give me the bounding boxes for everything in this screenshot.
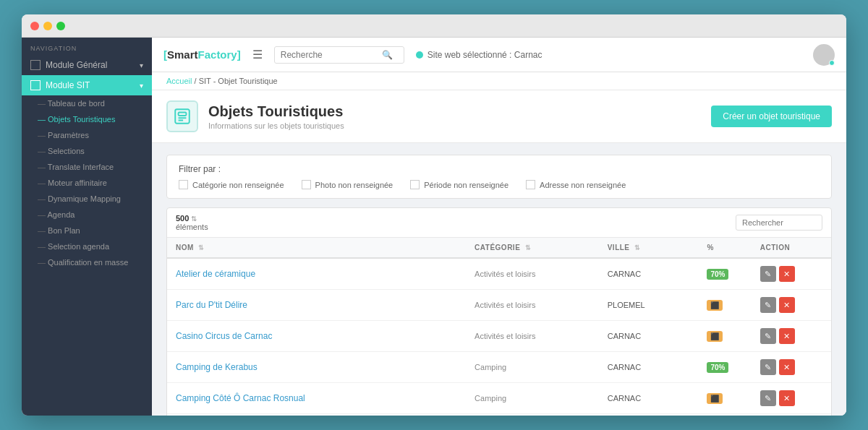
delete-button[interactable]: ✕: [779, 390, 795, 406]
maximize-button[interactable]: [56, 22, 65, 30]
delete-button[interactable]: ✕: [779, 328, 795, 344]
table-section: 500 ⇅ éléments NOM ⇅: [166, 207, 832, 416]
pct-badge: 70%: [707, 269, 728, 280]
object-link[interactable]: Atelier de céramique: [176, 269, 255, 279]
pct-badge: 70%: [707, 362, 728, 373]
avatar-status-dot: [829, 60, 835, 66]
object-link[interactable]: Casino Circus de Carnac: [176, 331, 272, 341]
filter-option-periode[interactable]: Période non renseignée: [410, 180, 509, 189]
edit-button[interactable]: ✎: [760, 328, 776, 344]
filter-checkbox-adresse[interactable]: [526, 180, 535, 189]
object-link[interactable]: Parc du P'tit Délire: [176, 300, 247, 310]
cell-pct: ⬛: [698, 383, 751, 414]
sidebar-item-objets-touristiques[interactable]: Objets Touristiques: [22, 111, 152, 127]
sidebar-item-module-general[interactable]: Module Général ▾: [22, 55, 152, 75]
delete-button[interactable]: ✕: [779, 297, 795, 313]
create-button[interactable]: Créer un objet touristique: [711, 106, 832, 127]
edit-button[interactable]: ✎: [760, 266, 776, 282]
col-header-ville: VILLE ⇅: [599, 238, 699, 258]
module-sit-icon: [30, 80, 41, 90]
cell-ville: CARNAC: [599, 414, 699, 416]
page-header-left: Objets Touristiques Informations sur les…: [166, 100, 344, 132]
edit-button[interactable]: ✎: [760, 297, 776, 313]
table-row: Camping de Kerabus Camping CARNAC 70% ✎ …: [167, 352, 831, 383]
table-row: Parc du P'tit Délire Activités et loisir…: [167, 290, 831, 321]
edit-button[interactable]: ✎: [760, 359, 776, 375]
cell-pct: ⬛: [698, 414, 751, 416]
filter-checkbox-periode[interactable]: [410, 180, 420, 189]
sidebar-item-module-sit[interactable]: Module SIT ▾: [22, 75, 152, 95]
table-row: Camping du Moulin de Kermaux Camping CAR…: [167, 414, 831, 416]
cell-categorie: Camping: [466, 352, 599, 383]
chevron-down-icon: ▾: [140, 61, 143, 69]
cell-ville: PLOEMEL: [599, 290, 699, 321]
site-dot-icon: [416, 51, 423, 59]
cell-action: ✎ ✕: [752, 290, 831, 321]
sidebar-item-bon-plan[interactable]: Bon Plan: [22, 223, 152, 238]
cell-action: ✎ ✕: [752, 352, 831, 383]
table-toolbar: 500 ⇅ éléments: [167, 208, 831, 238]
hamburger-button[interactable]: ☰: [252, 48, 263, 61]
sidebar-item-tableau-de-bord[interactable]: Tableau de bord: [22, 95, 152, 111]
sidebar-item-label: Module Général: [46, 60, 107, 70]
cell-nom: Casino Circus de Carnac: [167, 321, 466, 352]
sidebar-item-moteur-affinitaire[interactable]: Moteur affinitaire: [22, 175, 152, 191]
sidebar-item-selections[interactable]: Selections: [22, 143, 152, 159]
site-label: Site web sélectionné : Carnac: [427, 50, 542, 60]
pct-badge: ⬛: [707, 300, 723, 311]
filter-option-categorie[interactable]: Catégorie non renseignée: [179, 180, 284, 189]
cell-nom: Atelier de céramique: [167, 258, 466, 290]
cell-categorie: Activités et loisirs: [466, 321, 599, 352]
cell-ville: CARNAC: [599, 321, 699, 352]
page-title: Objets Touristiques: [208, 103, 344, 120]
cell-pct: 70%: [698, 258, 751, 290]
breadcrumb-home[interactable]: Accueil: [166, 77, 192, 85]
filter-checkbox-categorie[interactable]: [179, 180, 188, 189]
site-selector: Site web sélectionné : Carnac: [416, 50, 542, 60]
object-link[interactable]: Camping de Kerabus: [176, 362, 258, 372]
sidebar-item-agenda[interactable]: Agenda: [22, 207, 152, 223]
main-content-area: [SmartFactory] ☰ 🔍 Site web sélectionné …: [152, 38, 846, 416]
app-logo: [SmartFactory]: [163, 48, 241, 61]
sidebar-item-dynamique-mapping[interactable]: Dynamique Mapping: [22, 191, 152, 207]
sidebar-item-selection-agenda[interactable]: Selection agenda: [22, 238, 152, 254]
nav-label: NAVIGATION: [22, 38, 152, 55]
sort-icon[interactable]: ⇅: [191, 215, 197, 223]
cell-categorie: Activités et loisirs: [466, 290, 599, 321]
cell-ville: CARNAC: [599, 383, 699, 414]
page-icon: [166, 100, 198, 132]
action-buttons: ✎ ✕: [760, 359, 822, 375]
filter-option-adresse[interactable]: Adresse non renseignée: [526, 180, 626, 189]
minimize-button[interactable]: [43, 22, 52, 30]
main-content: Filtrer par : Catégorie non renseignée P…: [152, 143, 846, 416]
filter-section: Filtrer par : Catégorie non renseignée P…: [166, 155, 832, 199]
cell-nom: Camping Côté Ô Carnac Rosnual: [167, 383, 466, 414]
delete-button[interactable]: ✕: [779, 266, 795, 282]
search-input[interactable]: [281, 50, 382, 60]
sidebar-item-translate-interface[interactable]: Translate Interface: [22, 159, 152, 175]
delete-button[interactable]: ✕: [779, 359, 795, 375]
close-button[interactable]: [30, 22, 39, 30]
cell-ville: CARNAC: [599, 352, 699, 383]
table-row: Casino Circus de Carnac Activités et loi…: [167, 321, 831, 352]
cell-pct: 70%: [698, 352, 751, 383]
table-search-input[interactable]: [736, 215, 822, 231]
avatar[interactable]: [813, 44, 835, 66]
action-buttons: ✎ ✕: [760, 390, 822, 406]
sort-cat-icon[interactable]: ⇅: [525, 244, 532, 251]
sort-ville-icon[interactable]: ⇅: [634, 244, 641, 251]
page-subtitle: Informations sur les objets touristiques: [208, 121, 344, 130]
cell-nom: Camping du Moulin de Kermaux: [167, 414, 466, 416]
sidebar-item-parametres[interactable]: Paramètres: [22, 127, 152, 143]
object-link[interactable]: Camping Côté Ô Carnac Rosnual: [176, 393, 305, 403]
filter-checkbox-photo[interactable]: [302, 180, 311, 189]
app-window: NAVIGATION Module Général ▾ Module SIT ▾…: [22, 14, 846, 416]
sidebar-item-qualification-en-masse[interactable]: Qualification en masse: [22, 254, 152, 270]
cell-nom: Parc du P'tit Délire: [167, 290, 466, 321]
filter-option-photo[interactable]: Photo non renseignée: [302, 180, 393, 189]
search-icon[interactable]: 🔍: [382, 50, 393, 60]
sort-nom-icon[interactable]: ⇅: [198, 244, 205, 251]
edit-button[interactable]: ✎: [760, 390, 776, 406]
cell-action: ✎ ✕: [752, 414, 831, 416]
traffic-lights: [30, 22, 65, 30]
